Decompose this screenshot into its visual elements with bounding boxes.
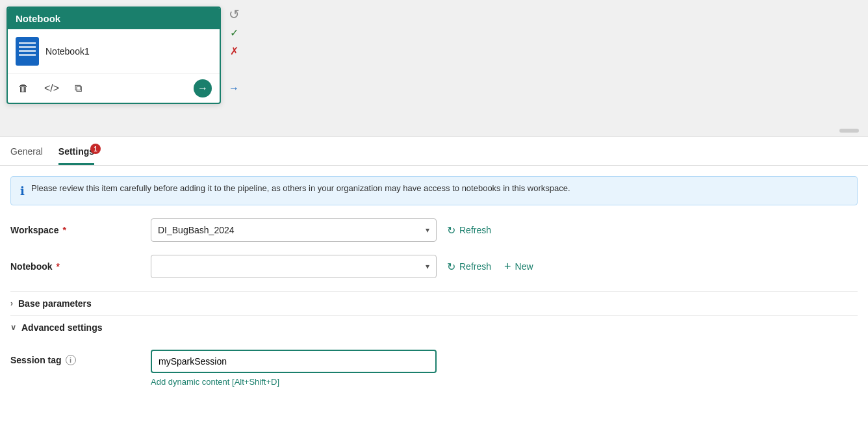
canvas-area: Notebook Notebook1 🗑 </> ⧉ → ↺ ✓ ✗ → [0,0,868,136]
form-area: Workspace * DI_BugBash_2024 ▾ ↻ Refresh [0,205,868,400]
info-banner: ℹ Please review this item carefully befo… [10,176,858,205]
notebook-required: * [57,261,60,272]
workspace-label: Workspace * [10,225,140,235]
undo-icon[interactable]: ↺ [226,6,242,22]
tab-settings[interactable]: Settings 1 [58,137,94,165]
info-banner-text: Please review this item carefully before… [31,183,570,193]
new-label: New [515,261,533,272]
delete-button[interactable]: 🗑 [16,80,31,97]
code-button[interactable]: </> [42,80,62,97]
workspace-control: DI_BugBash_2024 ▾ ↻ Refresh [151,218,858,242]
session-input-wrapper: Add dynamic content [Alt+Shift+D] [151,350,437,387]
advanced-settings-chevron-icon: ∨ [10,323,16,332]
check-icon[interactable]: ✓ [226,25,242,40]
workspace-chevron-icon: ▾ [426,226,429,235]
node-actions: 🗑 </> ⧉ → [8,73,220,103]
notebook-file-icon [16,37,39,66]
notebook-refresh-label: Refresh [459,261,491,272]
tabs-bar: General Settings 1 [0,137,868,166]
workspace-value: DI_BugBash_2024 [158,225,235,235]
base-params-label: Base parameters [18,298,92,309]
advanced-settings-expander[interactable]: ∨ Advanced settings [10,315,858,339]
resize-handle[interactable] [839,129,859,133]
notebook-new-button[interactable]: + New [502,256,536,278]
settings-badge: 1 [90,144,101,154]
main-container: Notebook Notebook1 🗑 </> ⧉ → ↺ ✓ ✗ → [0,0,868,440]
tab-general[interactable]: General [10,137,43,165]
session-tag-input[interactable] [151,350,437,373]
bottom-panel: General Settings 1 ℹ Please review this … [0,136,868,440]
notebook-node: Notebook Notebook1 🗑 </> ⧉ → [6,6,221,104]
node-title: Notebook [16,13,60,24]
plus-icon: + [504,260,511,274]
session-tag-row: Session tag i Add dynamic content [Alt+S… [10,350,858,387]
base-parameters-expander[interactable]: › Base parameters [10,291,858,315]
info-icon: ℹ [20,184,25,198]
go-button[interactable]: → [194,79,212,97]
notebook-refresh-button[interactable]: ↻ Refresh [444,257,494,277]
workspace-dropdown[interactable]: DI_BugBash_2024 ▾ [151,218,437,242]
notebook-control: ▾ ↻ Refresh + New [151,255,858,278]
notebook-dropdown[interactable]: ▾ [151,255,437,278]
session-tag-label: Session tag i [10,350,140,365]
notebook-row: Notebook * ▾ ↻ Refresh + New [10,255,858,278]
workspace-required: * [62,225,66,235]
workspace-refresh-button[interactable]: ↻ Refresh [444,220,494,240]
node-header: Notebook [8,8,220,29]
refresh-icon-1: ↻ [447,224,455,237]
node-body: Notebook1 [8,29,220,73]
side-toolbar: ↺ ✓ ✗ → [226,6,242,96]
dynamic-content-link[interactable]: Add dynamic content [Alt+Shift+D] [151,377,437,387]
notebook-chevron-icon: ▾ [426,262,429,271]
base-params-chevron-icon: › [10,299,13,308]
notebook-label: Notebook * [10,261,140,272]
workspace-row: Workspace * DI_BugBash_2024 ▾ ↻ Refresh [10,218,858,242]
arrow-right-icon[interactable]: → [226,81,242,96]
refresh-icon-2: ↻ [447,261,455,273]
copy-button[interactable]: ⧉ [72,80,84,97]
node-name: Notebook1 [45,46,90,57]
workspace-refresh-label: Refresh [459,225,491,235]
advanced-settings-label: Advanced settings [21,322,102,333]
cross-icon[interactable]: ✗ [226,43,242,58]
session-tag-info-icon[interactable]: i [66,355,76,365]
